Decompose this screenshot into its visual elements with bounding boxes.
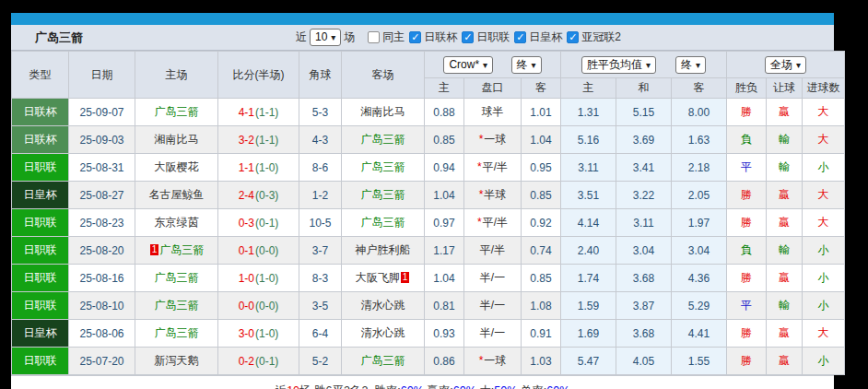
match-scope-select[interactable]: 全场▾	[765, 56, 806, 74]
asia-time-select[interactable]: 终▾	[511, 56, 542, 74]
league-filter-item[interactable]: 日皇杯	[514, 29, 562, 45]
filter-checkbox[interactable]	[567, 31, 579, 43]
handicap-result-cell: 贏	[767, 182, 803, 209]
team-name[interactable]: 广岛三箭	[361, 133, 405, 146]
handicap-text: 半/一	[480, 271, 505, 284]
goals-result-cell: 小	[803, 154, 845, 182]
match-row: 日职联25-08-16广岛三箭1-0(1-0)8-3大阪飞脚11.04半/一0.…	[12, 265, 845, 292]
halftime-score: (1-0)	[255, 272, 278, 285]
goals-result-cell: 小	[803, 292, 845, 320]
league-filter-item[interactable]: 日职联	[462, 29, 510, 45]
team-name[interactable]: 东京绿茵	[155, 216, 199, 229]
match-row: 日皇杯25-08-27名古屋鲸鱼2-4(0-3)1-2广岛三箭1.04*半球0.…	[12, 182, 845, 209]
team-name[interactable]: 广岛三箭	[155, 326, 199, 339]
fulltime-score: 0-0	[239, 300, 254, 312]
date-cell: 25-08-23	[69, 209, 135, 237]
asia-away-odds-cell: 0.85	[522, 182, 561, 209]
home-team-cell: 湘南比马	[135, 126, 218, 154]
asia-odds-group-header: Crow*▾ 终▾	[425, 52, 561, 78]
match-row: 日联杯25-09-07广岛三箭4-1(1-1)5-3湘南比马0.88球半1.01…	[12, 99, 845, 126]
league-type-cell: 日皇杯	[12, 320, 69, 348]
league-filter-item[interactable]: 日联杯	[409, 29, 457, 45]
asia-away-odds-cell: 0.74	[522, 237, 561, 265]
filter-checkbox[interactable]	[514, 31, 526, 43]
europe-avg-select[interactable]: 胜平负均值▾	[581, 56, 656, 74]
away-team-cell: 湘南比马	[342, 99, 425, 126]
asia-home-odds-cell: 1.04	[425, 182, 464, 209]
subcol-europe-home: 主	[561, 78, 616, 99]
result-group-header: 全场▾	[727, 52, 845, 78]
team-name[interactable]: 神户胜利船	[356, 243, 411, 256]
europe-draw-cell: 3.41	[616, 154, 672, 182]
chevron-down-icon: ▾	[483, 58, 487, 72]
bookmaker-select[interactable]: Crow*▾	[443, 56, 493, 74]
corners-cell: 8-3	[299, 265, 342, 292]
score-cell: 0-3(0-1)	[218, 209, 299, 237]
away-team-cell: 清水心跳	[342, 320, 425, 348]
match-row: 日联杯25-09-03湘南比马3-2(1-1)4-3广岛三箭0.85*一球1.0…	[12, 126, 845, 154]
team-name[interactable]: 广岛三箭	[361, 160, 405, 173]
team-name[interactable]: 大阪飞脚	[356, 271, 400, 284]
asia-handicap-cell: *一球	[464, 126, 522, 154]
europe-home-cell: 2.40	[561, 237, 616, 265]
col-header-corners: 角球	[299, 52, 342, 99]
team-name[interactable]: 广岛三箭	[155, 299, 199, 312]
league-filter-item[interactable]: 亚冠联2	[567, 29, 621, 45]
halftime-score: (1-0)	[255, 161, 278, 174]
team-name[interactable]: 广岛三箭	[159, 243, 204, 256]
winlose-result-cell: 平	[727, 292, 767, 320]
filter-checkbox[interactable]	[462, 31, 474, 43]
winlose-result-cell: 勝	[727, 99, 767, 126]
team-name[interactable]: 广岛三箭	[155, 271, 199, 284]
team-name[interactable]: 湘南比马	[361, 105, 405, 118]
away-team-cell: 广岛三箭	[342, 154, 425, 182]
fulltime-score: 1-1	[239, 161, 254, 174]
goals-result-cell: 大	[803, 320, 845, 348]
goals-result-cell: 大	[803, 126, 845, 154]
summary-text: 近10场,胜6平2负2, 胜率:60% 赢率:60% 大:50% 单率:60%	[276, 383, 570, 389]
asia-home-odds-cell: 1.17	[425, 237, 464, 265]
team-name[interactable]: 清水心跳	[361, 299, 405, 312]
league-type-cell: 日职联	[12, 154, 69, 182]
europe-home-cell: 3.51	[561, 182, 616, 209]
europe-home-cell: 1.59	[561, 292, 616, 320]
asia-handicap-cell: 半/一	[464, 292, 522, 320]
asia-away-odds-cell: 1.03	[522, 348, 561, 375]
team-name[interactable]: 大阪樱花	[155, 160, 199, 173]
team-name[interactable]: 湘南比马	[155, 133, 199, 146]
team-name[interactable]: 清水心跳	[361, 326, 405, 339]
col-header-home: 主场	[135, 52, 218, 99]
match-row: 日职联25-08-201广岛三箭0-1(0-0)3-7神户胜利船1.17平/半0…	[12, 237, 845, 265]
away-team-cell: 广岛三箭	[342, 209, 425, 237]
europe-time-select[interactable]: 终▾	[675, 56, 706, 74]
handicap-result-cell: 輸	[767, 154, 803, 182]
europe-away-cell: 3.04	[672, 237, 727, 265]
col-header-type: 类型	[12, 52, 69, 99]
team-name[interactable]: 广岛三箭	[155, 105, 199, 118]
asia-home-odds-cell: 0.86	[425, 348, 464, 375]
handicap-result-cell: 贏	[767, 265, 803, 292]
league-filter-item[interactable]: 同主	[368, 29, 405, 45]
team-name[interactable]: 新泻天鹅	[155, 354, 199, 367]
away-team-cell: 大阪飞脚1	[342, 265, 425, 292]
filter-checkbox[interactable]	[409, 31, 421, 43]
home-team-cell: 广岛三箭	[135, 99, 218, 126]
fulltime-score: 1-0	[239, 272, 254, 285]
col-header-score: 比分(半场)	[218, 52, 299, 99]
corners-cell: 6-4	[299, 320, 342, 348]
europe-home-cell: 4.14	[561, 209, 616, 237]
europe-away-cell: 1.63	[672, 126, 727, 154]
score-cell: 3-2(1-1)	[218, 126, 299, 154]
team-name[interactable]: 广岛三箭	[361, 188, 405, 201]
league-type-cell: 日职联	[12, 292, 69, 320]
handicap-text: 平/半	[480, 243, 505, 256]
team-name[interactable]: 名古屋鲸鱼	[149, 188, 205, 201]
winlose-result-cell: 負	[727, 237, 767, 265]
filter-checkbox[interactable]	[368, 31, 380, 43]
team-name[interactable]: 广岛三箭	[361, 216, 405, 229]
recent-count-select[interactable]: 10▾	[310, 29, 341, 46]
score-cell: 0-2(0-1)	[218, 348, 299, 375]
league-type-cell: 日职联	[12, 237, 69, 265]
asia-away-odds-cell: 1.01	[522, 99, 561, 126]
team-name[interactable]: 广岛三箭	[361, 354, 405, 367]
